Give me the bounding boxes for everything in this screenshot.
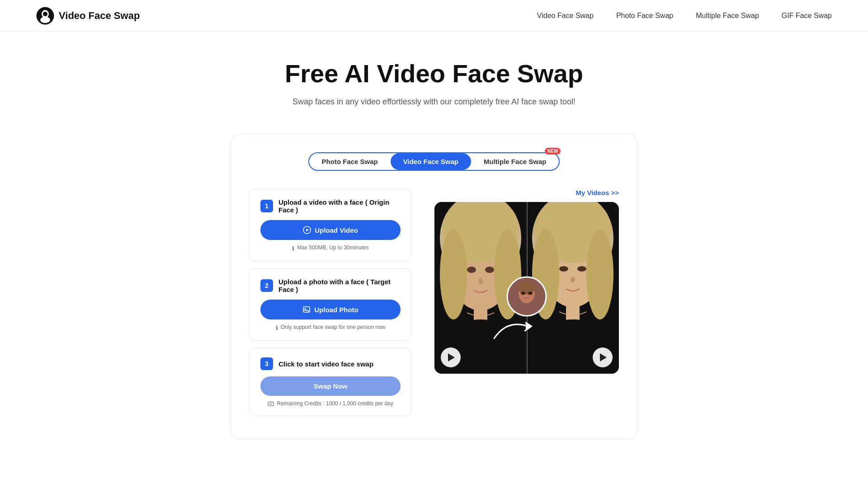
content-layout: 1 Upload a video with a face ( Origin Fa…	[249, 189, 619, 416]
hero-subtitle: Swap faces in any video effortlessly wit…	[9, 97, 859, 107]
play-button-left[interactable]	[441, 347, 461, 367]
svg-point-29	[571, 277, 575, 282]
nav-multiple-face-swap[interactable]: Multiple Face Swap	[696, 12, 759, 20]
upload-video-button[interactable]: Upload Video	[260, 220, 401, 240]
svg-point-27	[559, 266, 568, 272]
hero-title: Free AI Video Face Swap	[9, 59, 859, 88]
svg-point-17	[478, 278, 483, 284]
svg-marker-5	[306, 229, 309, 231]
tab-multiple-container: Multiple Face Swap NEW	[471, 153, 559, 170]
hero-section: Free AI Video Face Swap Swap faces in an…	[0, 32, 868, 125]
upload-photo-button[interactable]: Upload Photo	[260, 300, 401, 319]
tab-video-face-swap[interactable]: Video Face Swap	[391, 153, 471, 170]
svg-point-26	[586, 229, 613, 319]
nav-video-face-swap[interactable]: Video Face Swap	[537, 12, 594, 20]
step2-note: ℹ Only support face swap for one person …	[260, 324, 401, 331]
logo[interactable]: Video Face Swap	[36, 7, 140, 25]
step1-card: 1 Upload a video with a face ( Origin Fa…	[249, 189, 412, 261]
step1-header: 1 Upload a video with a face ( Origin Fa…	[260, 198, 401, 214]
nav-gif-face-swap[interactable]: GIF Face Swap	[782, 12, 832, 20]
step2-card: 2 Upload a photo with a face ( Target Fa…	[249, 268, 412, 341]
credits-icon	[268, 400, 274, 407]
play-button-right[interactable]	[593, 347, 613, 367]
step3-title: Click to start video face swap	[278, 360, 373, 368]
svg-point-7	[305, 308, 306, 310]
play-triangle-left	[448, 353, 455, 361]
swap-now-label: Swap Now	[313, 382, 347, 390]
tab-photo-face-swap[interactable]: Photo Face Swap	[309, 153, 391, 170]
step1-number: 1	[260, 200, 273, 212]
svg-point-16	[485, 267, 494, 273]
tab-multiple-face-swap[interactable]: Multiple Face Swap	[471, 153, 559, 170]
steps-panel: 1 Upload a video with a face ( Origin Fa…	[249, 189, 412, 416]
step2-note-text: Only support face swap for one person no…	[281, 324, 385, 330]
info-icon: ℹ	[292, 245, 294, 252]
step3-number: 3	[260, 357, 273, 370]
svg-rect-8	[268, 402, 274, 406]
svg-point-3	[43, 12, 47, 16]
upload-photo-label: Upload Photo	[314, 306, 359, 314]
step3-card: 3 Click to start video face swap Swap No…	[249, 348, 412, 416]
image-icon	[302, 305, 311, 314]
tab-bar: Photo Face Swap Video Face Swap Multiple…	[249, 152, 619, 171]
step3-header: 3 Click to start video face swap	[260, 357, 401, 370]
main-card: Photo Face Swap Video Face Swap Multiple…	[231, 134, 637, 439]
info-icon2: ℹ	[276, 324, 278, 331]
step2-number: 2	[260, 279, 273, 292]
svg-point-35	[518, 281, 536, 294]
svg-marker-38	[526, 322, 533, 331]
upload-video-label: Upload Video	[315, 226, 358, 234]
tab-group: Photo Face Swap Video Face Swap Multiple…	[308, 152, 560, 171]
svg-point-36	[521, 292, 525, 295]
new-badge: NEW	[545, 148, 561, 155]
svg-point-15	[467, 267, 476, 273]
step2-title: Upload a photo with a face ( Target Face…	[278, 278, 401, 293]
preview-image	[434, 202, 619, 374]
step1-note: ℹ Max 500MB, Up to 30minutes	[260, 244, 401, 252]
svg-point-37	[528, 292, 533, 295]
swap-now-button[interactable]: Swap Now	[260, 376, 401, 396]
play-triangle-right	[600, 353, 607, 361]
credits-note-text: Remaining Credits : 1000 / 1,000 credits…	[277, 400, 393, 407]
play-circle-icon	[303, 226, 311, 234]
step2-header: 2 Upload a photo with a face ( Target Fa…	[260, 278, 401, 293]
nav-photo-face-swap[interactable]: Photo Face Swap	[616, 12, 673, 20]
face-swap-overlay	[506, 276, 547, 319]
my-videos-link[interactable]: My Videos >>	[434, 189, 619, 197]
credits-note: Remaining Credits : 1000 / 1,000 credits…	[260, 400, 401, 407]
step1-note-text: Max 500MB, Up to 30minutes	[297, 244, 368, 251]
svg-point-13	[440, 229, 467, 319]
logo-icon	[36, 7, 54, 25]
step1-title: Upload a video with a face ( Origin Face…	[278, 198, 401, 214]
logo-text: Video Face Swap	[59, 10, 140, 22]
preview-panel: My Videos >>	[434, 189, 619, 374]
face-circle-overlay	[506, 276, 547, 317]
svg-point-2	[40, 17, 50, 23]
svg-point-28	[577, 266, 586, 272]
